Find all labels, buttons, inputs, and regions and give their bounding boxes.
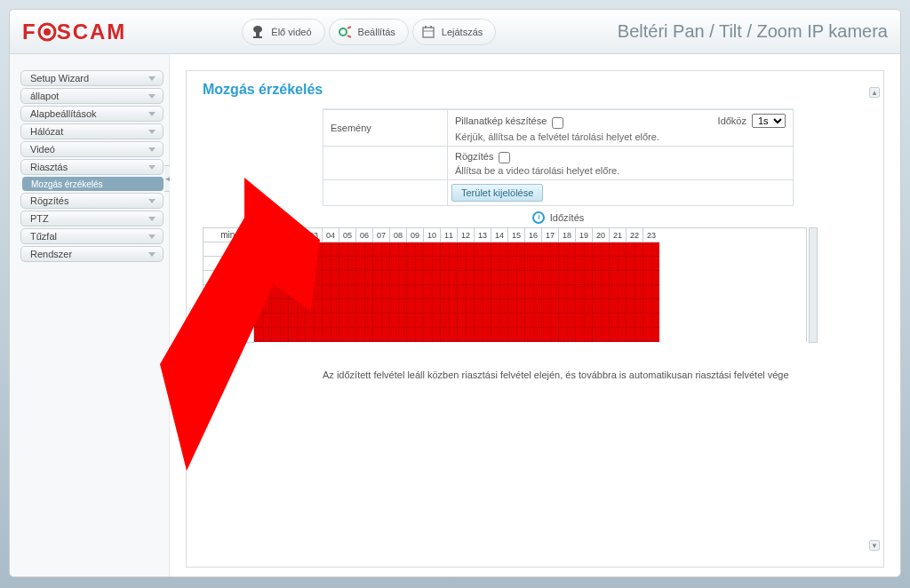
- schedule-cell[interactable]: [322, 328, 339, 342]
- schedule-cell[interactable]: [423, 285, 440, 299]
- sidebar-subitem-motion-detection[interactable]: Mozgás érzékelés: [22, 177, 164, 191]
- schedule-cell[interactable]: [558, 271, 575, 285]
- schedule-cell[interactable]: [643, 271, 659, 285]
- schedule-cell[interactable]: [406, 328, 423, 342]
- schedule-cell[interactable]: [406, 299, 423, 314]
- schedule-cell[interactable]: [592, 242, 609, 257]
- schedule-cell[interactable]: [558, 285, 575, 299]
- schedule-cell[interactable]: [355, 328, 372, 342]
- schedule-hour-label[interactable]: 13: [474, 228, 491, 242]
- schedule-cell[interactable]: [541, 299, 558, 314]
- schedule-cell[interactable]: [626, 271, 643, 285]
- schedule-hour-label[interactable]: 02: [288, 228, 305, 242]
- schedule-cell[interactable]: [507, 257, 524, 271]
- schedule-cell[interactable]: [254, 299, 271, 314]
- schedule-cell[interactable]: [592, 257, 609, 271]
- schedule-cell[interactable]: [389, 328, 406, 342]
- schedule-cell[interactable]: [558, 257, 575, 271]
- schedule-cell[interactable]: [609, 285, 626, 299]
- schedule-cell[interactable]: [626, 299, 643, 314]
- schedule-cell[interactable]: [355, 285, 372, 299]
- tab-settings[interactable]: Beállítás: [329, 19, 409, 45]
- scroll-up-icon[interactable]: ▲: [869, 87, 880, 98]
- schedule-cell[interactable]: [474, 328, 491, 342]
- schedule-cell[interactable]: [339, 314, 355, 328]
- schedule-cell[interactable]: [524, 314, 541, 328]
- schedule-cell[interactable]: [457, 314, 474, 328]
- schedule-cell[interactable]: [322, 314, 339, 328]
- schedule-cell[interactable]: [271, 271, 288, 285]
- schedule-hour-label[interactable]: 19: [575, 228, 592, 242]
- schedule-cell[interactable]: [406, 285, 423, 299]
- schedule-cell[interactable]: [491, 242, 507, 257]
- schedule-cell[interactable]: [339, 242, 355, 257]
- schedule-cell[interactable]: [575, 328, 592, 342]
- schedule-hour-label[interactable]: 03: [305, 228, 322, 242]
- schedule-cell[interactable]: [322, 299, 339, 314]
- schedule-cell[interactable]: [609, 299, 626, 314]
- schedule-cell[interactable]: [288, 314, 305, 328]
- schedule-cell[interactable]: [423, 257, 440, 271]
- schedule-row[interactable]: [254, 257, 807, 271]
- schedule-day-label[interactable]: minden: [204, 228, 253, 242]
- schedule-cell[interactable]: [541, 328, 558, 342]
- schedule-day-label[interactable]: vasárnap: [204, 328, 253, 342]
- schedule-cell[interactable]: [254, 271, 271, 285]
- schedule-cell[interactable]: [575, 242, 592, 257]
- schedule-cell[interactable]: [643, 299, 659, 314]
- schedule-cell[interactable]: [609, 271, 626, 285]
- sidebar-item-video[interactable]: Videó: [20, 141, 164, 157]
- schedule-row[interactable]: [254, 271, 807, 285]
- schedule-cell[interactable]: [474, 257, 491, 271]
- schedule-cell[interactable]: [288, 271, 305, 285]
- schedule-cell[interactable]: [491, 314, 507, 328]
- schedule-cell[interactable]: [305, 299, 322, 314]
- schedule-cell[interactable]: [271, 299, 288, 314]
- schedule-cell[interactable]: [389, 299, 406, 314]
- schedule-hour-label[interactable]: 15: [507, 228, 524, 242]
- schedule-cell[interactable]: [423, 314, 440, 328]
- schedule-cell[interactable]: [305, 271, 322, 285]
- schedule-cell[interactable]: [372, 314, 389, 328]
- schedule-cell[interactable]: [507, 271, 524, 285]
- snapshot-checkbox[interactable]: [552, 117, 563, 129]
- schedule-hour-label[interactable]: 09: [406, 228, 423, 242]
- interval-select[interactable]: 1s: [752, 114, 786, 128]
- schedule-cell[interactable]: [305, 285, 322, 299]
- schedule-cell[interactable]: [389, 271, 406, 285]
- schedule-cell[interactable]: [592, 271, 609, 285]
- schedule-cell[interactable]: [643, 314, 659, 328]
- tab-playback[interactable]: Lejátszás: [412, 19, 496, 45]
- schedule-cell[interactable]: [575, 257, 592, 271]
- schedule-cell[interactable]: [541, 271, 558, 285]
- schedule-day-label[interactable]: hétfő: [204, 242, 253, 257]
- schedule-cell[interactable]: [440, 314, 457, 328]
- schedule-cell[interactable]: [322, 242, 339, 257]
- schedule-hour-label[interactable]: 18: [558, 228, 575, 242]
- schedule-cell[interactable]: [609, 242, 626, 257]
- schedule-hour-label[interactable]: 17: [541, 228, 558, 242]
- schedule-cell[interactable]: [524, 242, 541, 257]
- schedule-cell[interactable]: [355, 299, 372, 314]
- schedule-cell[interactable]: [372, 242, 389, 257]
- sidebar-item-alarm[interactable]: Riasztás: [20, 159, 164, 175]
- schedule-cell[interactable]: [507, 328, 524, 342]
- schedule-cell[interactable]: [423, 271, 440, 285]
- schedule-cell[interactable]: [271, 257, 288, 271]
- sidebar-item-basic-settings[interactable]: Alapbeállítások: [20, 106, 164, 122]
- schedule-cell[interactable]: [609, 314, 626, 328]
- schedule-hour-label[interactable]: 23: [643, 228, 659, 242]
- schedule-cell[interactable]: [507, 299, 524, 314]
- schedule-cell[interactable]: [423, 242, 440, 257]
- tab-live-video[interactable]: Élő videó: [242, 19, 324, 45]
- schedule-cell[interactable]: [288, 328, 305, 342]
- sidebar-item-status[interactable]: állapot: [20, 88, 164, 104]
- schedule-cell[interactable]: [254, 314, 271, 328]
- schedule-cell[interactable]: [406, 314, 423, 328]
- schedule-hour-label[interactable]: 12: [457, 228, 474, 242]
- schedule-cell[interactable]: [254, 328, 271, 342]
- schedule-cell[interactable]: [457, 299, 474, 314]
- schedule-cell[interactable]: [389, 242, 406, 257]
- schedule-day-label[interactable]: szombat: [204, 314, 253, 328]
- schedule-cell[interactable]: [305, 314, 322, 328]
